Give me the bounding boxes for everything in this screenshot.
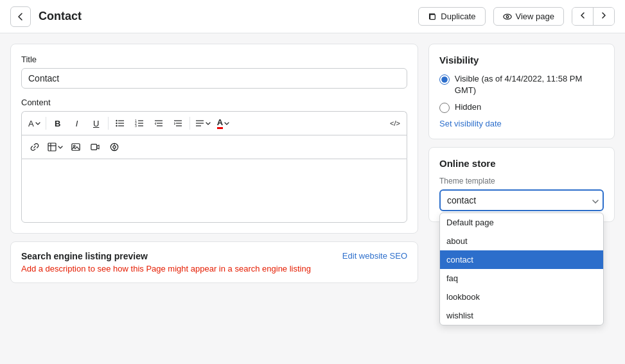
text-color-icon: A	[217, 117, 223, 129]
hidden-label: Hidden	[455, 101, 481, 113]
link-btn[interactable]	[26, 138, 44, 156]
svg-point-31	[113, 146, 116, 148]
paragraph-arrow-icon	[35, 122, 40, 125]
seo-title: Search engine listing preview	[21, 251, 311, 261]
embed-btn[interactable]	[105, 138, 123, 156]
video-icon	[91, 143, 100, 152]
align-btn[interactable]	[193, 114, 213, 132]
visibility-card: Visibility Visible (as of 4/14/2022, 11:…	[428, 44, 615, 139]
svg-rect-24	[48, 143, 56, 151]
editor-body[interactable]	[21, 159, 407, 223]
indent-decrease-icon	[154, 119, 163, 127]
main-layout: Title Content A B I U	[0, 33, 625, 364]
source-btn[interactable]: </>	[387, 114, 403, 132]
indent-decrease-btn[interactable]	[150, 114, 168, 132]
dropdown-item-wishlist[interactable]: wishlist	[440, 306, 603, 325]
svg-text:3: 3	[135, 124, 137, 127]
svg-point-2	[506, 15, 509, 18]
align-icon	[195, 119, 204, 127]
bold-btn[interactable]: B	[49, 114, 67, 132]
indent-increase-btn[interactable]	[169, 114, 187, 132]
svg-point-3	[116, 120, 117, 121]
chevron-right-icon	[600, 12, 608, 19]
svg-rect-0	[430, 14, 436, 19]
theme-dropdown: Default page about contact faq lookbook …	[439, 212, 604, 325]
svg-point-4	[116, 123, 117, 124]
sep1	[46, 117, 46, 130]
unordered-list-icon	[116, 119, 125, 127]
underline-btn[interactable]: U	[87, 114, 105, 132]
dropdown-item-contact[interactable]: contact	[440, 250, 603, 269]
duplicate-button[interactable]: Duplicate	[418, 7, 485, 26]
online-store-card: Online store Theme template contact Defa…	[428, 147, 615, 222]
sep2	[108, 117, 109, 130]
right-column: Visibility Visible (as of 4/14/2022, 11:…	[428, 44, 615, 354]
text-color-arrow-icon	[224, 122, 229, 125]
svg-rect-29	[91, 144, 97, 150]
chevron-left-icon	[579, 12, 586, 19]
view-page-button[interactable]: View page	[493, 7, 564, 26]
nav-arrows	[572, 7, 615, 26]
set-visibility-link[interactable]: Set visibility date	[439, 119, 604, 128]
indent-increase-icon	[173, 119, 182, 127]
editor-toolbar-row2	[21, 135, 407, 159]
dropdown-item-about[interactable]: about	[440, 232, 603, 250]
italic-btn[interactable]: I	[68, 114, 86, 132]
table-icon	[48, 143, 57, 152]
eye-icon	[503, 12, 512, 21]
ol-btn[interactable]: 1 2 3	[130, 114, 148, 132]
duplicate-icon	[428, 12, 437, 21]
visible-label: Visible (as of 4/14/2022, 11:58 PM GMT)	[455, 73, 604, 96]
dropdown-item-lookbook[interactable]: lookbook	[440, 288, 603, 306]
source-icon: </>	[390, 119, 400, 127]
page-title: Contact	[39, 10, 418, 23]
seo-card: Search engine listing preview Add a desc…	[10, 241, 418, 283]
edit-seo-link[interactable]: Edit website SEO	[342, 251, 407, 261]
svg-rect-27	[72, 144, 80, 151]
image-btn[interactable]	[67, 138, 85, 156]
online-store-title: Online store	[439, 158, 604, 169]
svg-point-5	[116, 125, 117, 126]
ordered-list-icon: 1 2 3	[135, 119, 144, 127]
hidden-radio[interactable]	[439, 103, 450, 113]
svg-point-1	[503, 14, 511, 19]
title-input[interactable]	[21, 68, 407, 89]
hidden-option: Hidden	[439, 101, 604, 113]
back-icon	[15, 12, 26, 22]
editor-toolbar-row1: A B I U	[21, 111, 407, 135]
dropdown-item-default[interactable]: Default page	[440, 213, 603, 232]
theme-template-label: Theme template	[439, 177, 604, 186]
text-color-btn[interactable]: A	[215, 114, 232, 132]
align-arrow-icon	[206, 122, 211, 125]
dropdown-item-faq[interactable]: faq	[440, 269, 603, 288]
image-icon	[71, 143, 80, 152]
content-card: Title Content A B I U	[10, 44, 418, 234]
seo-info: Search engine listing preview Add a desc…	[21, 251, 311, 273]
paragraph-btn[interactable]: A	[26, 114, 43, 132]
prev-arrow[interactable]	[572, 8, 594, 25]
content-label: Content	[21, 98, 407, 107]
sep3	[189, 117, 190, 130]
theme-template-select[interactable]: contact	[439, 189, 604, 211]
table-btn[interactable]	[45, 138, 66, 156]
page-header: Contact Duplicate View page	[0, 0, 625, 33]
embed-icon	[110, 143, 119, 152]
link-icon	[30, 143, 39, 152]
visible-radio[interactable]	[439, 74, 450, 85]
header-actions: Duplicate View page	[418, 7, 615, 26]
theme-template-wrapper: contact Default page about contact faq l…	[439, 189, 604, 211]
back-button[interactable]	[10, 6, 31, 27]
seo-description: Add a description to see how this Page m…	[21, 264, 311, 273]
table-arrow-icon	[58, 146, 63, 149]
next-arrow[interactable]	[594, 8, 614, 25]
title-label: Title	[21, 55, 407, 64]
svg-point-28	[74, 145, 76, 147]
duplicate-label: Duplicate	[441, 12, 475, 21]
view-page-label: View page	[516, 12, 554, 21]
paragraph-icon: A	[28, 119, 34, 128]
ul-btn[interactable]	[111, 114, 129, 132]
visible-option: Visible (as of 4/14/2022, 11:58 PM GMT)	[439, 73, 604, 96]
left-column: Title Content A B I U	[10, 44, 418, 354]
video-btn[interactable]	[86, 138, 104, 156]
visibility-title: Visibility	[439, 55, 604, 65]
